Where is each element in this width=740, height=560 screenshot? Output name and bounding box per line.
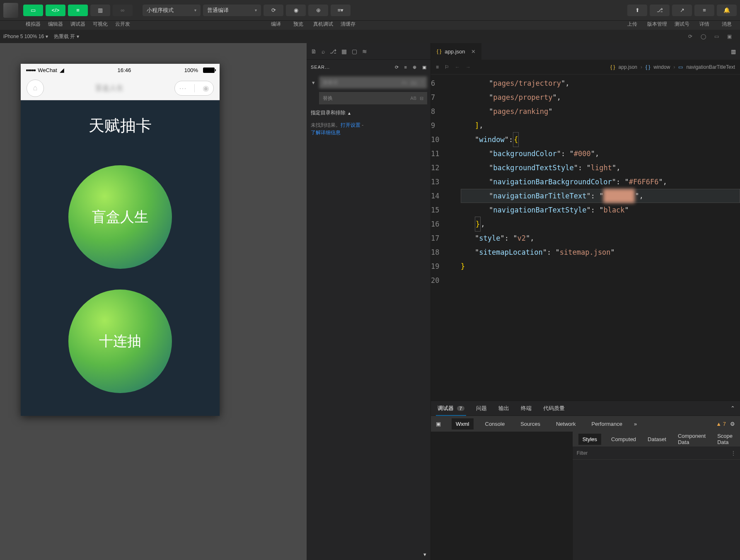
simulator-button[interactable]: ▭ [23,5,43,16]
devtool-sources[interactable]: Sources [516,418,544,430]
device-select[interactable]: iPhone 5 100% 16 ▾ [3,34,48,39]
tab-label: 消息 [717,21,737,28]
search-input[interactable]: 搜索词 AaAbl.* [319,76,427,89]
notification-button[interactable]: 🔔 [717,5,737,16]
tab-label: 预览 [288,21,308,28]
avatar[interactable] [3,3,18,18]
list-icon[interactable]: ≡ [436,64,439,70]
home-button[interactable]: ⌂ [27,80,44,97]
visual-button[interactable]: ▥ [90,5,110,16]
toolbar-labels: 模拟器 编辑器 调试器 可视化 云开发 编译 预览 真机调试 清缓存 上传 版本… [0,21,740,30]
debug-tab-terminal[interactable]: 终端 [519,401,533,415]
search-section-toggle[interactable]: 指定目录和排除 ▴ [307,106,430,120]
tab-label: 可视化 [90,21,110,28]
refresh-icon[interactable]: ⟳ [395,65,399,70]
phone-status-bar: ●●●●● WeChat ◢ 16:46 100% [21,64,220,76]
bookmark-icon[interactable]: ⚐ [445,64,449,70]
tab-label: 编译 [266,21,286,28]
debug-tab-problems[interactable]: 问题 [474,401,488,415]
files-icon[interactable]: 🗎 [311,48,317,55]
more-icon[interactable]: ⋯ [179,84,186,93]
stop-icon[interactable]: ◯ [701,34,706,39]
debug-tools: ▣ Wxml Console Sources Network Performan… [431,416,740,432]
chevron-up-icon[interactable]: ⌃ [730,405,735,411]
forward-icon[interactable]: → [466,64,471,70]
box-icon[interactable]: ▢ [352,48,357,55]
tab-label: 测试号 [672,21,692,28]
string-icon: ▭ [678,64,683,70]
tab-label: 云开发 [113,21,133,28]
preview-button[interactable]: ◉ [286,5,306,16]
devtool-wxml[interactable]: Wxml [452,418,474,430]
tab-label: 清缓存 [338,21,358,28]
refresh-icon[interactable]: ⟳ [688,34,692,39]
debug-tab-output[interactable]: 输出 [497,401,511,415]
target-icon[interactable]: ◉ [203,84,209,93]
hotreload-select[interactable]: 热重载 开 ▾ [54,33,79,40]
devtool-console[interactable]: Console [481,418,509,430]
docker-icon[interactable]: ≋ [362,48,367,55]
style-tab-scope[interactable]: Scope Data [716,430,734,448]
mode-select[interactable]: 小程序模式 ▾ [143,5,201,16]
version-button[interactable]: ⎇ [650,5,670,16]
multi-icon[interactable]: ▣ [727,34,732,39]
chevron-down-icon[interactable]: ▾ [307,549,430,560]
search-icon[interactable]: ⌕ [322,48,325,55]
search-panel: 🗎 ⌕ ⎇ ▦ ▢ ≋ SEAR... ⟳ ≡ ⊕ ▣ ▾ 搜索词 AaAbl.… [307,43,431,560]
gear-icon[interactable]: ⚙ [730,421,735,427]
devtool-performance[interactable]: Performance [588,418,626,430]
time-label: 16:46 [118,67,131,73]
debug-tab-debugger[interactable]: 调试器 7 [436,401,466,415]
chevron-down-icon[interactable]: ▾ [310,80,317,86]
inspect-icon[interactable]: ▣ [436,421,444,427]
styles-pane: Styles Computed Dataset Component Data S… [572,432,740,560]
debug-tab-quality[interactable]: 代码质量 [542,401,566,415]
style-tab-styles[interactable]: Styles [578,434,601,445]
debugger-button[interactable]: ≡ [68,5,88,16]
test-button[interactable]: ↗ [672,5,692,16]
search-toolbar: SEAR... ⟳ ≡ ⊕ ▣ [307,60,430,75]
tab-label: 版本管理 [645,21,670,28]
devtool-network[interactable]: Network [552,418,580,430]
wxml-tree[interactable] [431,432,572,560]
upload-button[interactable]: ⬆ [627,5,647,16]
phone-frame: ●●●●● WeChat ◢ 16:46 100% ⌂ 盲盒人生 ⋯ ◉ [21,64,220,416]
open-settings-link[interactable]: 打开设置 [341,122,360,128]
branch-icon[interactable]: ⎇ [330,48,336,55]
editor-tab-appjson[interactable]: { } app.json ✕ [431,43,482,60]
tab-label: 上传 [622,21,642,28]
style-tab-dataset[interactable]: Dataset [646,434,668,445]
compile-select[interactable]: 普通编译 ▾ [203,5,261,16]
nav-title: 盲盒人生 [95,83,123,93]
wifi-icon: ◢ [60,67,64,73]
breadcrumb[interactable]: { } app.json › { } window › ▭ navigation… [610,64,735,70]
device-icon[interactable]: ▭ [714,34,719,39]
editor-area: { } app.json ✕ ▥ ≡ ⚐ ← → { } app.json › … [431,43,740,560]
compile-button[interactable]: ⟳ [264,5,283,16]
replace-input[interactable]: 替换 AB⊟ [319,92,427,104]
learn-more-link[interactable]: 了解详细信息 [311,130,341,135]
back-icon[interactable]: ← [455,64,460,70]
style-tab-computed[interactable]: Computed [609,434,638,445]
filter-input[interactable]: Filter ⋮ [573,447,740,460]
split-icon[interactable]: ▥ [731,48,736,55]
more-icon[interactable]: » [634,421,637,427]
details-button[interactable]: ≡ [694,5,714,16]
grid-icon[interactable]: ▦ [341,48,347,55]
capsule-button[interactable]: ⋯ ◉ [174,81,214,96]
editor-button[interactable]: </> [46,5,65,16]
collapse-icon[interactable]: ▣ [422,65,426,70]
close-icon[interactable]: ✕ [471,48,476,55]
newfile-icon[interactable]: ⊕ [413,65,416,70]
orb-button-2[interactable]: 十连抽 [68,290,172,393]
remote-debug-button[interactable]: ⊕ [308,5,328,16]
style-tab-component[interactable]: Component Data [676,430,707,448]
tab-label: 模拟器 [23,21,43,28]
debug-tabs: 调试器 7 问题 输出 终端 代码质量 ⌃ [431,401,740,416]
cloud-button[interactable]: ∞ [113,5,133,16]
warning-icon[interactable]: ▲ 7 [716,421,726,427]
orb-button-1[interactable]: 盲盒人生 [68,165,172,269]
code-editor[interactable]: 67891011121314151617181920 "pages/trajec… [431,75,740,401]
list-icon[interactable]: ≡ [404,65,407,70]
clear-cache-button[interactable]: ≡▾ [331,5,351,16]
